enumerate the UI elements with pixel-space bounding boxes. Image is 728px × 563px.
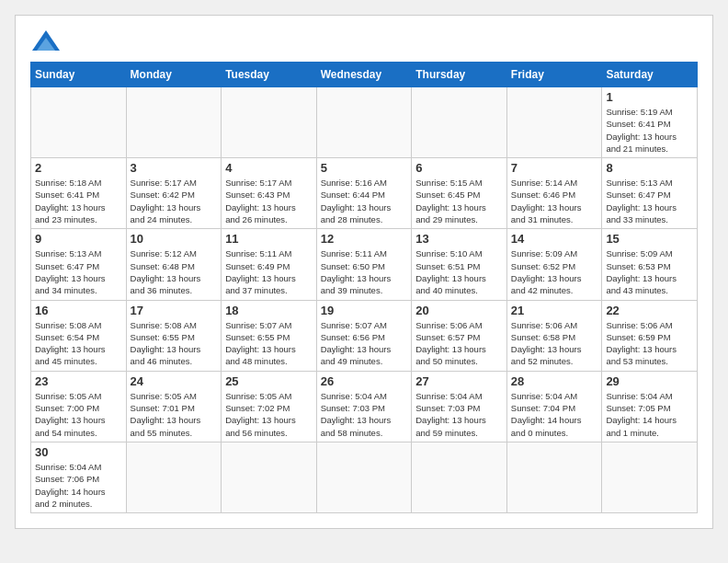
calendar-cell: 12Sunrise: 5:11 AM Sunset: 6:50 PM Dayli…	[316, 229, 412, 300]
day-number: 30	[35, 445, 122, 459]
logo-icon	[32, 30, 60, 51]
day-number: 25	[225, 374, 313, 388]
day-info: Sunrise: 5:08 AM Sunset: 6:54 PM Dayligh…	[35, 319, 122, 368]
calendar-header-monday: Monday	[126, 63, 222, 87]
day-number: 26	[321, 374, 408, 388]
calendar-cell: 21Sunrise: 5:06 AM Sunset: 6:58 PM Dayli…	[506, 300, 602, 371]
day-number: 4	[225, 161, 313, 175]
calendar-cell	[316, 442, 412, 512]
calendar-cell	[602, 442, 698, 512]
calendar-header-row: SundayMondayTuesdayWednesdayThursdayFrid…	[31, 63, 698, 87]
day-info: Sunrise: 5:04 AM Sunset: 7:05 PM Dayligh…	[606, 390, 693, 439]
calendar-week-row: 23Sunrise: 5:05 AM Sunset: 7:00 PM Dayli…	[31, 371, 698, 442]
calendar-cell: 19Sunrise: 5:07 AM Sunset: 6:56 PM Dayli…	[316, 300, 412, 371]
day-info: Sunrise: 5:14 AM Sunset: 6:46 PM Dayligh…	[511, 177, 598, 225]
calendar-header-thursday: Thursday	[412, 63, 507, 87]
calendar-cell: 22Sunrise: 5:06 AM Sunset: 6:59 PM Dayli…	[602, 300, 698, 371]
calendar-cell: 26Sunrise: 5:04 AM Sunset: 7:03 PM Dayli…	[316, 371, 412, 442]
calendar-cell: 17Sunrise: 5:08 AM Sunset: 6:55 PM Dayli…	[126, 300, 222, 371]
day-number: 16	[35, 304, 122, 317]
calendar-cell: 30Sunrise: 5:04 AM Sunset: 7:06 PM Dayli…	[31, 442, 127, 512]
day-info: Sunrise: 5:15 AM Sunset: 6:45 PM Dayligh…	[415, 177, 503, 225]
day-number: 27	[415, 374, 503, 388]
day-number: 5	[321, 161, 408, 175]
day-number: 3	[131, 161, 218, 175]
day-info: Sunrise: 5:06 AM Sunset: 6:58 PM Dayligh…	[511, 319, 598, 368]
day-number: 12	[321, 232, 408, 246]
calendar-cell: 15Sunrise: 5:09 AM Sunset: 6:53 PM Dayli…	[602, 229, 698, 300]
day-number: 21	[511, 304, 598, 317]
day-number: 11	[225, 232, 313, 246]
day-number: 14	[511, 232, 598, 246]
calendar-week-row: 9Sunrise: 5:13 AM Sunset: 6:47 PM Daylig…	[31, 229, 698, 300]
day-number: 29	[606, 374, 693, 388]
day-number: 1	[606, 90, 693, 104]
calendar-table: SundayMondayTuesdayWednesdayThursdayFrid…	[30, 62, 698, 513]
calendar-cell: 8Sunrise: 5:13 AM Sunset: 6:47 PM Daylig…	[602, 158, 698, 229]
calendar-header-tuesday: Tuesday	[222, 63, 317, 87]
day-number: 28	[511, 374, 598, 388]
day-number: 23	[35, 374, 122, 388]
day-info: Sunrise: 5:06 AM Sunset: 6:59 PM Dayligh…	[606, 319, 693, 368]
calendar-cell	[412, 87, 507, 158]
day-info: Sunrise: 5:16 AM Sunset: 6:44 PM Dayligh…	[321, 177, 408, 225]
calendar-cell: 28Sunrise: 5:04 AM Sunset: 7:04 PM Dayli…	[506, 371, 602, 442]
logo	[30, 30, 62, 51]
day-info: Sunrise: 5:05 AM Sunset: 7:01 PM Dayligh…	[131, 390, 218, 439]
calendar-cell: 27Sunrise: 5:04 AM Sunset: 7:03 PM Dayli…	[412, 371, 507, 442]
day-number: 24	[131, 374, 218, 388]
calendar-cell	[126, 87, 222, 158]
calendar-cell: 13Sunrise: 5:10 AM Sunset: 6:51 PM Dayli…	[412, 229, 507, 300]
day-number: 20	[415, 304, 503, 317]
calendar-cell: 24Sunrise: 5:05 AM Sunset: 7:01 PM Dayli…	[126, 371, 222, 442]
calendar-week-row: 2Sunrise: 5:18 AM Sunset: 6:41 PM Daylig…	[31, 158, 698, 229]
day-info: Sunrise: 5:11 AM Sunset: 6:49 PM Dayligh…	[225, 247, 313, 296]
day-number: 7	[511, 161, 598, 175]
calendar-cell	[126, 442, 222, 512]
day-info: Sunrise: 5:04 AM Sunset: 7:03 PM Dayligh…	[415, 390, 503, 439]
day-number: 22	[606, 304, 693, 317]
calendar-cell: 2Sunrise: 5:18 AM Sunset: 6:41 PM Daylig…	[31, 158, 127, 229]
day-number: 2	[35, 161, 122, 175]
day-info: Sunrise: 5:17 AM Sunset: 6:43 PM Dayligh…	[225, 177, 313, 225]
day-number: 17	[131, 304, 218, 317]
calendar-cell	[506, 87, 602, 158]
day-info: Sunrise: 5:09 AM Sunset: 6:52 PM Dayligh…	[511, 247, 598, 296]
calendar-header-sunday: Sunday	[31, 63, 127, 87]
calendar-cell	[222, 442, 317, 512]
calendar-cell: 1Sunrise: 5:19 AM Sunset: 6:41 PM Daylig…	[602, 87, 698, 158]
calendar-cell: 4Sunrise: 5:17 AM Sunset: 6:43 PM Daylig…	[222, 158, 317, 229]
day-info: Sunrise: 5:05 AM Sunset: 7:02 PM Dayligh…	[225, 390, 313, 439]
day-number: 8	[606, 161, 693, 175]
day-info: Sunrise: 5:19 AM Sunset: 6:41 PM Dayligh…	[606, 106, 693, 155]
day-number: 15	[606, 232, 693, 246]
calendar-cell	[31, 87, 127, 158]
calendar-cell	[222, 87, 317, 158]
calendar-header-saturday: Saturday	[602, 63, 698, 87]
calendar-cell: 7Sunrise: 5:14 AM Sunset: 6:46 PM Daylig…	[506, 158, 602, 229]
calendar-cell: 20Sunrise: 5:06 AM Sunset: 6:57 PM Dayli…	[412, 300, 507, 371]
calendar-cell: 25Sunrise: 5:05 AM Sunset: 7:02 PM Dayli…	[222, 371, 317, 442]
day-info: Sunrise: 5:04 AM Sunset: 7:06 PM Dayligh…	[35, 461, 122, 510]
day-info: Sunrise: 5:08 AM Sunset: 6:55 PM Dayligh…	[131, 319, 218, 368]
day-info: Sunrise: 5:18 AM Sunset: 6:41 PM Dayligh…	[35, 177, 122, 225]
calendar-header-wednesday: Wednesday	[316, 63, 412, 87]
calendar-cell: 14Sunrise: 5:09 AM Sunset: 6:52 PM Dayli…	[506, 229, 602, 300]
calendar-week-row: 1Sunrise: 5:19 AM Sunset: 6:41 PM Daylig…	[31, 87, 698, 158]
calendar-cell: 11Sunrise: 5:11 AM Sunset: 6:49 PM Dayli…	[222, 229, 317, 300]
calendar-header-friday: Friday	[506, 63, 602, 87]
day-info: Sunrise: 5:04 AM Sunset: 7:03 PM Dayligh…	[321, 390, 408, 439]
day-info: Sunrise: 5:10 AM Sunset: 6:51 PM Dayligh…	[415, 247, 503, 296]
logo-text	[30, 30, 62, 51]
calendar-cell: 9Sunrise: 5:13 AM Sunset: 6:47 PM Daylig…	[31, 229, 127, 300]
day-info: Sunrise: 5:05 AM Sunset: 7:00 PM Dayligh…	[35, 390, 122, 439]
calendar-cell: 10Sunrise: 5:12 AM Sunset: 6:48 PM Dayli…	[126, 229, 222, 300]
calendar-cell	[316, 87, 412, 158]
day-info: Sunrise: 5:04 AM Sunset: 7:04 PM Dayligh…	[511, 390, 598, 439]
day-info: Sunrise: 5:12 AM Sunset: 6:48 PM Dayligh…	[131, 247, 218, 296]
day-info: Sunrise: 5:09 AM Sunset: 6:53 PM Dayligh…	[606, 247, 693, 296]
page: SundayMondayTuesdayWednesdayThursdayFrid…	[15, 15, 713, 529]
day-number: 19	[321, 304, 408, 317]
calendar-cell: 18Sunrise: 5:07 AM Sunset: 6:55 PM Dayli…	[222, 300, 317, 371]
calendar-cell	[506, 442, 602, 512]
